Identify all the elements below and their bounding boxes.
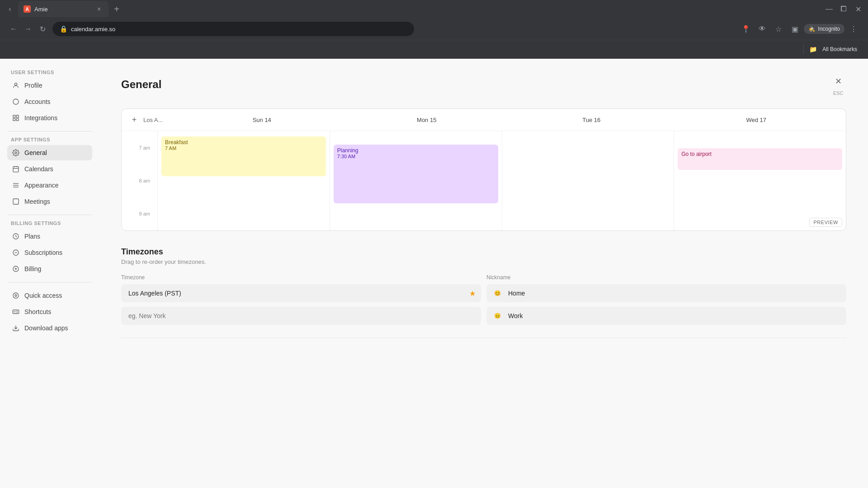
- maximize-button[interactable]: ⧠: [837, 3, 850, 15]
- url-display: calendar.amie.so: [71, 26, 115, 33]
- new-tab-button[interactable]: +: [110, 3, 123, 15]
- all-bookmarks-link[interactable]: All Bookmarks: [819, 44, 861, 54]
- window-close-button[interactable]: ✕: [852, 3, 864, 15]
- sidebar-item-plans[interactable]: Plans: [7, 229, 92, 244]
- nickname-col-header: Nickname: [486, 274, 846, 281]
- toolbar-icons: 📍 👁 ☆ ▣ 🕵 Incognito ⋮: [739, 22, 861, 36]
- nickname-col-wrap: Nickname 😊 😐: [486, 274, 846, 325]
- timezone-row2-wrap: [121, 307, 481, 325]
- nickname-row1-input[interactable]: [486, 284, 846, 302]
- incognito-badge: 🕵 Incognito: [804, 24, 844, 34]
- tab-item[interactable]: A Amie ×: [18, 1, 108, 17]
- svg-point-0: [14, 83, 17, 85]
- nickname-row2-avatar: 😐: [492, 310, 503, 321]
- section-divider-2: [7, 215, 92, 215]
- sidebar-item-general[interactable]: General: [7, 145, 92, 160]
- billing-icon: [12, 265, 20, 273]
- nickname-row1-avatar: 😊: [492, 288, 503, 299]
- sidebar-toggle-icon[interactable]: ▣: [788, 22, 802, 36]
- svg-rect-14: [13, 199, 19, 204]
- user-settings-label: User Settings: [7, 70, 92, 75]
- download-icon: [12, 324, 20, 332]
- calendar-icon: [12, 165, 20, 173]
- svg-rect-2: [13, 115, 15, 117]
- sidebar-item-profile-label: Profile: [24, 82, 42, 89]
- sidebar-item-meetings[interactable]: Meetings: [7, 194, 92, 209]
- incognito-icon: 🕵: [808, 26, 815, 32]
- time-label-7am: 7 am: [125, 145, 154, 150]
- time-column: 7 am 8 am 9 am: [122, 131, 158, 230]
- sidebar-item-accounts-label: Accounts: [24, 98, 51, 105]
- sidebar-item-integrations[interactable]: Integrations: [7, 110, 92, 126]
- timezone-row1-input[interactable]: [121, 284, 481, 302]
- appearance-icon: [12, 181, 20, 189]
- sidebar-item-general-label: General: [24, 149, 47, 156]
- forward-button[interactable]: →: [22, 23, 34, 35]
- nickname-row2-input[interactable]: [486, 307, 846, 325]
- timezone-row1-wrap: ★: [121, 284, 481, 302]
- sidebar-item-shortcuts[interactable]: Shortcuts: [7, 304, 92, 319]
- event-airport[interactable]: Go to airport: [678, 148, 842, 170]
- star-icon[interactable]: ☆: [771, 22, 786, 36]
- event-breakfast[interactable]: Breakfast 7 AM: [161, 136, 326, 176]
- reload-button[interactable]: ↻: [36, 23, 49, 35]
- svg-rect-7: [13, 167, 19, 172]
- back-button[interactable]: ←: [7, 23, 20, 35]
- sidebar-item-quick-access-label: Quick access: [24, 292, 62, 299]
- calendar-header: + Los A... Sun 14 Mon 15 Tue 16 Wed 17: [122, 109, 846, 131]
- sidebar-item-profile[interactable]: Profile: [7, 78, 92, 93]
- esc-label: ESC: [833, 90, 844, 96]
- nickname-row2-wrap: 😐: [486, 307, 846, 325]
- plans-icon: [12, 232, 20, 240]
- eye-slash-icon[interactable]: 👁: [755, 22, 769, 36]
- timezone-grid: Timezone ★ Nickname 😊: [121, 274, 846, 325]
- timezone-row2-input[interactable]: [121, 307, 481, 325]
- sidebar-item-download-apps[interactable]: Download apps: [7, 320, 92, 336]
- cal-add-button[interactable]: +: [129, 114, 140, 125]
- timezone-row1-star[interactable]: ★: [469, 289, 476, 298]
- sidebar: User Settings Profile Accounts Integrati…: [0, 59, 99, 488]
- cal-day-sun: Sun 14: [179, 117, 344, 123]
- tab-close-button[interactable]: ×: [95, 5, 103, 13]
- close-button[interactable]: ✕: [830, 73, 846, 89]
- event-planning-time: 7:30 AM: [337, 154, 495, 159]
- svg-point-22: [15, 295, 17, 296]
- sidebar-item-subscriptions[interactable]: Subscriptions: [7, 245, 92, 260]
- incognito-label: Incognito: [818, 26, 840, 32]
- gear-icon: [12, 149, 20, 157]
- sidebar-item-integrations-label: Integrations: [24, 114, 57, 122]
- address-bar-row: ← → ↻ 🔒 calendar.amie.so 📍 👁 ☆ ▣ 🕵 Incog…: [0, 18, 868, 40]
- svg-point-1: [13, 99, 19, 104]
- day-col-tue: [502, 131, 675, 230]
- subscriptions-icon: [12, 249, 20, 257]
- location-icon[interactable]: 📍: [739, 22, 753, 36]
- sidebar-item-calendars-label: Calendars: [24, 165, 53, 173]
- billing-settings-label: Billing Settings: [7, 221, 92, 226]
- event-planning[interactable]: Planning 7:30 AM: [334, 145, 498, 203]
- tab-bar: ‹ A Amie × + — ⧠ ✕: [0, 0, 868, 18]
- day-col-wed: Go to airport PREVIEW: [674, 131, 846, 230]
- sidebar-item-appearance[interactable]: Appearance: [7, 178, 92, 193]
- svg-point-6: [15, 152, 17, 154]
- timezones-title: Timezones: [121, 247, 846, 257]
- lock-icon: 🔒: [60, 25, 67, 33]
- quick-access-icon: [12, 291, 20, 300]
- sidebar-item-appearance-label: Appearance: [24, 182, 59, 189]
- tab-scroll-back-button[interactable]: ‹: [4, 3, 16, 15]
- timezone-col-header: Timezone: [121, 274, 481, 281]
- menu-button[interactable]: ⋮: [846, 22, 861, 36]
- sidebar-item-billing[interactable]: Billing: [7, 261, 92, 277]
- meetings-icon: [12, 197, 20, 206]
- section-divider-3: [7, 282, 92, 282]
- minimize-button[interactable]: —: [823, 3, 835, 15]
- accounts-icon: [12, 98, 20, 106]
- shortcuts-icon: [12, 308, 20, 316]
- sidebar-item-accounts[interactable]: Accounts: [7, 94, 92, 109]
- svg-rect-4: [13, 118, 15, 121]
- day-col-mon: Planning 7:30 AM: [330, 131, 502, 230]
- address-bar[interactable]: 🔒 calendar.amie.so: [52, 22, 414, 36]
- sidebar-item-quick-access[interactable]: Quick access: [7, 288, 92, 303]
- timezone-col-wrap: Timezone ★: [121, 274, 481, 325]
- sidebar-item-calendars[interactable]: Calendars: [7, 161, 92, 177]
- sidebar-item-subscriptions-label: Subscriptions: [24, 249, 62, 256]
